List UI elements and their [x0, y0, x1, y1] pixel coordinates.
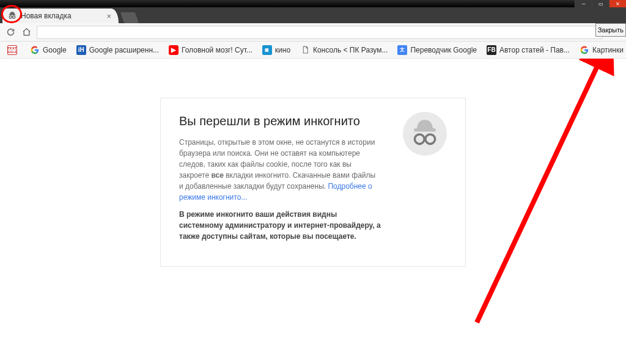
- close-tooltip[interactable]: Закрыть: [595, 23, 626, 37]
- browser-toolbar: Закрыть: [0, 23, 626, 42]
- window-maximize-button[interactable]: ▭: [592, 0, 609, 7]
- bookmark-item[interactable]: Картинки Google: [576, 43, 626, 57]
- incognito-heading: Вы перешли в режим инкогнито: [179, 114, 381, 128]
- address-bar[interactable]: [37, 26, 603, 39]
- bookmarks-bar: TEXTSALE Google iHGoogle расширенн... ▶Г…: [0, 42, 626, 59]
- new-tab-button[interactable]: [120, 12, 139, 23]
- tab-close-button[interactable]: ×: [104, 12, 114, 21]
- fb-icon: FB: [487, 45, 496, 55]
- bookmark-item[interactable]: ▶Головной мозг! Сут...: [165, 43, 256, 57]
- youtube-icon: ▶: [169, 45, 179, 55]
- reload-button[interactable]: [5, 27, 16, 38]
- page-content: Вы перешли в режим инкогнито Страницы, о…: [0, 59, 626, 364]
- bookmark-item[interactable]: Google: [26, 43, 70, 57]
- google-icon: [30, 45, 40, 55]
- svg-point-1: [13, 16, 15, 18]
- incognito-icon: [7, 11, 17, 21]
- address-input[interactable]: [41, 28, 598, 37]
- bookmark-item[interactable]: FBАвтор статей - Пав...: [483, 43, 573, 57]
- kino-icon: ▣: [262, 45, 272, 55]
- svg-point-3: [425, 134, 435, 144]
- bookmark-item[interactable]: iHGoogle расширенн...: [73, 43, 163, 57]
- bookmark-item[interactable]: TEXTSALE: [4, 43, 24, 57]
- incognito-warning: В режиме инкогнито ваши действия видны с…: [179, 209, 381, 242]
- window-titlebar: ─ ▭ ✕: [0, 0, 626, 7]
- incognito-large-icon: [403, 112, 447, 156]
- textsale-icon: TEXTSALE: [7, 45, 17, 55]
- home-button[interactable]: [21, 27, 32, 38]
- bookmark-item[interactable]: ▣кино: [259, 43, 294, 57]
- ih-icon: iH: [76, 45, 86, 55]
- bookmark-item[interactable]: Консоль < ПК Разум...: [296, 43, 391, 57]
- window-close-button[interactable]: ✕: [609, 0, 626, 7]
- svg-point-0: [9, 16, 12, 18]
- tab-title: Новая вкладка: [21, 12, 72, 20]
- tab-strip: Новая вкладка ×: [0, 7, 626, 23]
- page-icon: [300, 45, 310, 55]
- translate-icon: 文: [397, 45, 407, 55]
- incognito-card: Вы перешли в режим инкогнито Страницы, о…: [160, 98, 466, 267]
- incognito-description: Страницы, открытые в этом окне, не остан…: [179, 137, 381, 203]
- browser-tab[interactable]: Новая вкладка ×: [2, 9, 119, 23]
- window-minimize-button[interactable]: ─: [575, 0, 592, 7]
- svg-line-4: [477, 59, 609, 322]
- google-icon: [580, 45, 589, 55]
- bookmark-item[interactable]: 文Переводчик Google: [394, 43, 481, 57]
- svg-point-2: [414, 134, 424, 144]
